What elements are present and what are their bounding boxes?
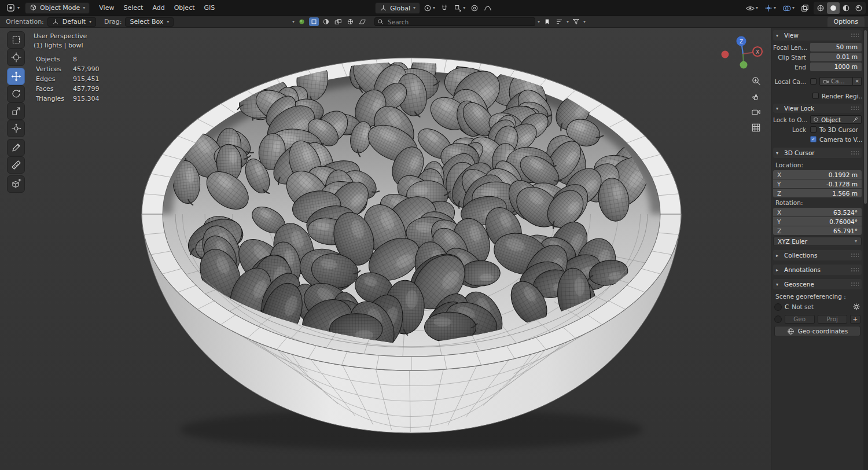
drag-grip-icon[interactable] (851, 33, 859, 38)
tool-move[interactable] (7, 68, 25, 85)
tool-measure[interactable] (7, 156, 25, 174)
panel-view-lock-title: View Lock (784, 105, 814, 112)
mode-icon-4[interactable] (358, 17, 367, 26)
object-type-visibility-select[interactable]: ▾ (744, 3, 760, 13)
pan-button[interactable] (749, 90, 763, 102)
gizmo-x-neg-axis[interactable] (722, 51, 729, 58)
local-camera-object-field[interactable]: Ca... (819, 77, 853, 86)
tool-select-box[interactable] (7, 31, 25, 49)
pivot-point-select[interactable]: ▾ (422, 3, 437, 13)
tool-add-cube[interactable] (7, 175, 25, 193)
geo-radio-icon[interactable] (774, 315, 782, 323)
drag-grip-icon[interactable] (851, 267, 859, 272)
mode-icon-2[interactable] (333, 17, 343, 26)
zoom-button[interactable] (749, 74, 763, 87)
panel-view-header[interactable]: ▾ View (773, 30, 862, 41)
chevron-down-icon: ▾ (776, 150, 781, 156)
shading-material-button[interactable] (840, 2, 852, 14)
app-menu-button[interactable]: ▾ (3, 2, 23, 13)
mode-icon-3[interactable] (345, 17, 355, 26)
sidebar-scrollbar[interactable] (863, 28, 868, 470)
toggle-xray-button[interactable] (799, 3, 811, 13)
cursor-location-z-field[interactable]: Z1.566 m (773, 189, 862, 197)
viewport-3d-scene[interactable] (0, 28, 868, 470)
eyedropper-icon[interactable] (852, 116, 859, 123)
panel-collections-header[interactable]: ▸ Collections (773, 250, 862, 260)
transform-orientation-select[interactable]: Global ▾ (375, 2, 420, 14)
drag-grip-icon[interactable] (851, 106, 859, 111)
search-input[interactable] (374, 17, 535, 26)
clip-start-field[interactable]: 0.01 m (810, 53, 862, 61)
panel-view-lock-header[interactable]: ▾ View Lock (773, 104, 862, 113)
options-button[interactable]: Options (827, 17, 865, 27)
tool-cursor[interactable] (7, 49, 25, 66)
shading-solid-button[interactable] (827, 2, 840, 14)
lock-to-object-label: Lock to O... (773, 116, 810, 123)
show-overlays-toggle[interactable]: ▾ (781, 3, 796, 13)
chevron-down-icon: ▾ (792, 6, 795, 10)
panel-geoscene-title: Geoscene (784, 281, 814, 288)
select-mode-active-button[interactable] (309, 17, 319, 26)
proportional-falloff-select[interactable] (482, 3, 494, 13)
orientation-dropdown[interactable]: Default ▾ (47, 17, 96, 27)
chevron-down-icon: ▾ (292, 20, 295, 24)
cursor-rotation-y-field[interactable]: Y0.76004° (773, 217, 862, 226)
render-region-label: Render Regi... (822, 93, 862, 100)
shading-wireframe-button[interactable] (814, 2, 827, 14)
add-crs-button[interactable]: + (850, 315, 860, 324)
gear-icon[interactable] (852, 303, 860, 311)
drag-grip-icon[interactable] (851, 150, 859, 155)
tool-scale[interactable] (7, 102, 25, 120)
panel-annotations-header[interactable]: ▸ Annotations (773, 265, 862, 275)
shading-rendered-button[interactable] (852, 2, 865, 14)
bookmark-button[interactable] (542, 17, 552, 26)
drag-dropdown[interactable]: Select Box ▾ (125, 17, 174, 27)
show-gizmo-toggle[interactable]: ▾ (763, 3, 778, 13)
cursor-rotation-x-field[interactable]: X63.524° (773, 208, 862, 216)
navigation-gizmo[interactable]: Z X (718, 30, 768, 81)
camera-to-view-checkbox[interactable]: ✓ (810, 136, 816, 142)
proportional-editing-toggle[interactable] (469, 3, 480, 13)
snap-toggle[interactable] (439, 3, 450, 13)
local-camera-checkbox[interactable] (810, 78, 816, 85)
lock-3d-cursor-checkbox[interactable] (810, 126, 816, 133)
menu-object[interactable]: Object (170, 2, 200, 13)
mode-icon-1[interactable] (321, 17, 331, 26)
tool-annotate[interactable] (7, 139, 25, 156)
material-preview-icon[interactable] (297, 17, 307, 26)
cursor-rotation-z-field[interactable]: Z65.791° (773, 226, 862, 235)
clear-local-camera-button[interactable]: ✕ (853, 77, 862, 86)
panel-geoscene-header[interactable]: ▾ Geoscene (773, 279, 862, 289)
geo-coordinates-button[interactable]: Geo-coordinates (774, 326, 860, 336)
gizmo-x-label: X (756, 49, 759, 55)
camera-view-button[interactable] (749, 105, 763, 118)
menu-select[interactable]: Select (119, 2, 148, 13)
cursor-location-x-field[interactable]: X0.1992 m (773, 170, 862, 179)
menu-add[interactable]: Add (148, 2, 169, 13)
snap-target-select[interactable]: ▾ (452, 3, 467, 13)
lock-to-object-field[interactable]: Object (810, 115, 862, 124)
scrollbar-thumb[interactable] (864, 30, 867, 204)
rotation-mode-dropdown[interactable]: XYZ Euler ▾ (773, 237, 862, 246)
stat-triangles: Triangles915,304 (36, 95, 100, 102)
gizmo-y-axis[interactable] (740, 61, 748, 69)
focal-length-field[interactable]: 50 mm (810, 43, 862, 52)
menu-view[interactable]: View (94, 2, 119, 13)
cursor-location-y-field[interactable]: Y-0.1728 m (773, 179, 862, 188)
panel-3d-cursor-header[interactable]: ▾ 3D Cursor (773, 148, 862, 158)
toggle-ortho-button[interactable] (749, 121, 763, 134)
tool-transform[interactable] (7, 120, 25, 137)
geo-button[interactable]: Geo (785, 315, 815, 324)
mode-select[interactable]: Object Mode ▾ (25, 2, 90, 14)
drag-grip-icon[interactable] (851, 282, 859, 287)
tool-rotate[interactable] (7, 85, 25, 102)
filter-funnel-button[interactable] (571, 17, 581, 26)
clip-end-field[interactable]: 1000 m (810, 63, 862, 71)
filter-list-button[interactable] (554, 17, 564, 26)
drag-grip-icon[interactable] (851, 253, 859, 258)
menu-gis[interactable]: GIS (200, 2, 220, 13)
viewport-3d[interactable]: User Perspective (1) lights | bowl Objec… (0, 28, 868, 470)
crs-radio-icon[interactable] (774, 303, 782, 311)
render-region-checkbox[interactable] (812, 93, 819, 99)
proj-button[interactable]: Proj (818, 315, 848, 324)
